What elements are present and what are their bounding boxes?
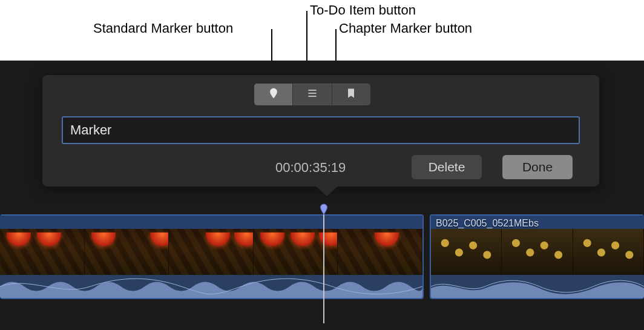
clip-thumbnail-strip	[431, 229, 644, 276]
delete-button[interactable]: Delete	[412, 155, 482, 179]
done-button[interactable]: Done	[502, 155, 573, 179]
clip-thumbnail	[254, 229, 338, 276]
timeline-clip[interactable]: B025_C005_0521MEbs	[430, 214, 644, 299]
marker-type-segmented-control[interactable]	[254, 84, 370, 105]
app-dark-area: 00:00:35:19 Delete Done	[0, 61, 644, 330]
clip-name-label: B025_C005_0521MEbs	[436, 218, 539, 229]
clip-header-bar	[0, 216, 422, 229]
chapter-marker-button[interactable]	[332, 84, 370, 105]
marker-timecode: 00:00:35:19	[275, 160, 346, 176]
clip-audio-waveform	[431, 275, 644, 298]
standard-marker-button[interactable]	[254, 84, 293, 105]
clip-thumbnail	[338, 229, 422, 276]
standard-marker-icon	[268, 87, 280, 102]
chapter-marker-icon	[345, 87, 357, 102]
marker-name-input[interactable]	[62, 116, 580, 144]
clip-thumbnail	[169, 229, 254, 276]
timeline-clip[interactable]	[0, 214, 424, 299]
svg-rect-2	[308, 96, 316, 97]
todo-item-button[interactable]	[293, 84, 332, 105]
callouts-layer: Standard Marker button To-Do Item button…	[0, 0, 644, 61]
playhead-line[interactable]	[323, 214, 324, 323]
clip-thumbnail	[431, 229, 502, 276]
clip-thumbnail	[85, 229, 169, 276]
svg-rect-1	[308, 93, 316, 94]
clip-thumbnail-strip	[0, 229, 422, 276]
callout-chapter-marker: Chapter Marker button	[339, 21, 472, 36]
clip-thumbnail	[0, 229, 85, 276]
svg-rect-0	[308, 90, 316, 91]
clip-thumbnail	[502, 229, 573, 276]
clip-audio-waveform	[0, 275, 422, 298]
callout-todo-item: To-Do Item button	[310, 2, 416, 18]
todo-item-icon	[306, 87, 318, 102]
clip-thumbnail	[573, 229, 644, 276]
callout-standard-marker: Standard Marker button	[93, 21, 233, 36]
marker-pin-icon[interactable]	[319, 203, 329, 216]
timeline[interactable]: B025_C005_0521MEbs	[0, 207, 644, 304]
marker-edit-popover: 00:00:35:19 Delete Done	[42, 75, 599, 186]
